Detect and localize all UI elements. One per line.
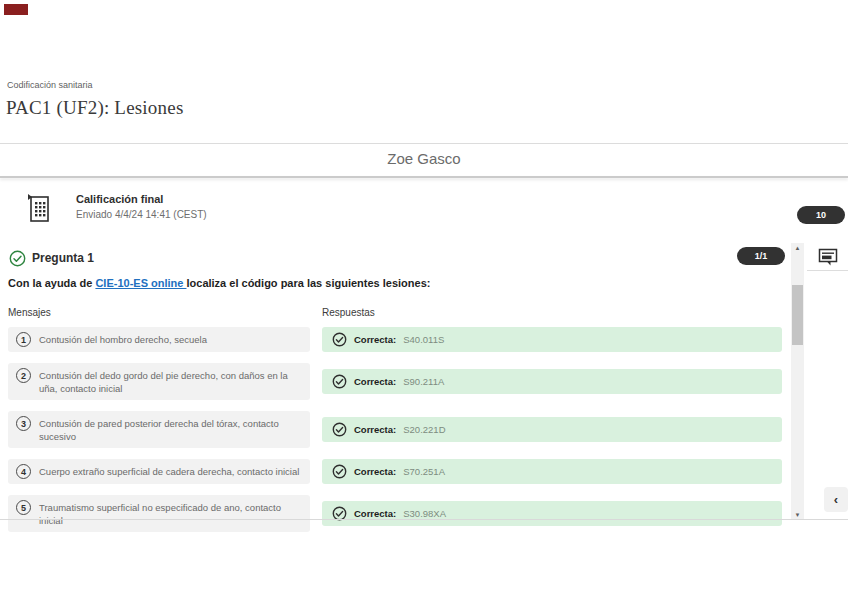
bottom-divider: [0, 519, 848, 520]
grade-review-page: Codificación sanitaria PAC1 (UF2): Lesio…: [0, 0, 848, 599]
question-points-pill[interactable]: 1/1: [737, 247, 785, 265]
answer-code: S70.251A: [403, 466, 445, 477]
redaction-box: [4, 4, 28, 15]
rubric-grade-icon: [27, 194, 51, 228]
prompt-text-prefix: Con la ayuda de: [8, 277, 95, 289]
answer-cell[interactable]: Correcta: S40.011S: [322, 327, 782, 352]
message-text: Traumatismo superficial no especificado …: [39, 501, 302, 527]
message-cell[interactable]: 2 Contusión del dedo gordo del pie derec…: [8, 363, 310, 400]
answer-correct-icon: [332, 374, 347, 389]
message-cell[interactable]: 1 Contusión del hombro derecho, secuela: [8, 327, 310, 352]
row-number-badge: 4: [16, 464, 31, 479]
answer-code: S90.211A: [403, 376, 444, 387]
page-title: PAC1 (UF2): Lesiones: [6, 97, 183, 119]
vertical-scrollbar[interactable]: ▲ ▼: [791, 243, 804, 520]
answer-code: S30.98XA: [403, 508, 446, 519]
answer-correct-icon: [332, 464, 347, 479]
divider: [0, 143, 848, 144]
submission-timestamp: Enviado 4/4/24 14:41 (CEST): [76, 209, 207, 220]
message-text: Contusión del hombro derecho, secuela: [39, 333, 207, 346]
message-cell[interactable]: 4 Cuerpo extraño superficial de cadera d…: [8, 459, 310, 484]
correct-label: Correcta:: [354, 376, 396, 387]
question-correct-icon: [9, 250, 26, 271]
answer-cell[interactable]: Correcta: S30.98XA: [322, 501, 782, 526]
feedback-comment-icon[interactable]: [818, 247, 838, 271]
answer-cell[interactable]: Correcta: S70.251A: [322, 459, 782, 484]
scrollbar-thumb[interactable]: [792, 285, 803, 345]
answer-code: S20.221D: [403, 424, 445, 435]
column-header-messages: Mensajes: [8, 307, 51, 318]
answer-code: S40.011S: [403, 334, 444, 345]
matching-rows: 1 Contusión del hombro derecho, secuela …: [8, 327, 782, 532]
scroll-up-arrow-icon[interactable]: ▲: [791, 245, 804, 251]
row-number-badge: 1: [16, 332, 31, 347]
message-cell[interactable]: 3 Contusión de pared posterior derecha d…: [8, 411, 310, 448]
panel-top-border: [0, 176, 848, 178]
correct-label: Correcta:: [354, 334, 396, 345]
message-text: Contusión del dedo gordo del pie derecho…: [39, 369, 302, 395]
message-text: Cuerpo extraño superficial de cadera der…: [39, 465, 299, 478]
message-text: Contusión de pared posterior derecha del…: [39, 417, 302, 443]
correct-label: Correcta:: [354, 508, 396, 519]
correct-label: Correcta:: [354, 424, 396, 435]
prompt-text-suffix: localiza el código para las siguientes l…: [187, 277, 431, 289]
answer-cell[interactable]: Correcta: S20.221D: [322, 417, 782, 442]
scroll-down-arrow-icon[interactable]: ▼: [791, 512, 804, 518]
right-rail-divider: [807, 270, 848, 271]
answer-correct-icon: [332, 422, 347, 437]
final-grade-label: Calificación final: [76, 193, 163, 205]
answer-cell[interactable]: Correcta: S90.211A: [322, 369, 782, 394]
row-number-badge: 5: [16, 500, 31, 515]
cie10-link[interactable]: CIE-10-ES online: [95, 277, 186, 289]
row-number-badge: 2: [16, 368, 31, 383]
row-number-badge: 3: [16, 416, 31, 431]
question-title: Pregunta 1: [32, 251, 94, 265]
correct-label: Correcta:: [354, 466, 396, 477]
final-grade-pill[interactable]: 10: [797, 206, 845, 224]
message-cell[interactable]: 5 Traumatismo superficial no especificad…: [8, 495, 310, 532]
question-prompt: Con la ayuda de CIE-10-ES online localiz…: [8, 277, 728, 289]
answer-correct-icon: [332, 332, 347, 347]
student-name: Zoe Gasco: [0, 150, 848, 167]
collapse-panel-button[interactable]: ‹: [824, 487, 848, 512]
column-header-answers: Respuestas: [322, 307, 375, 318]
breadcrumb[interactable]: Codificación sanitaria: [7, 80, 93, 90]
